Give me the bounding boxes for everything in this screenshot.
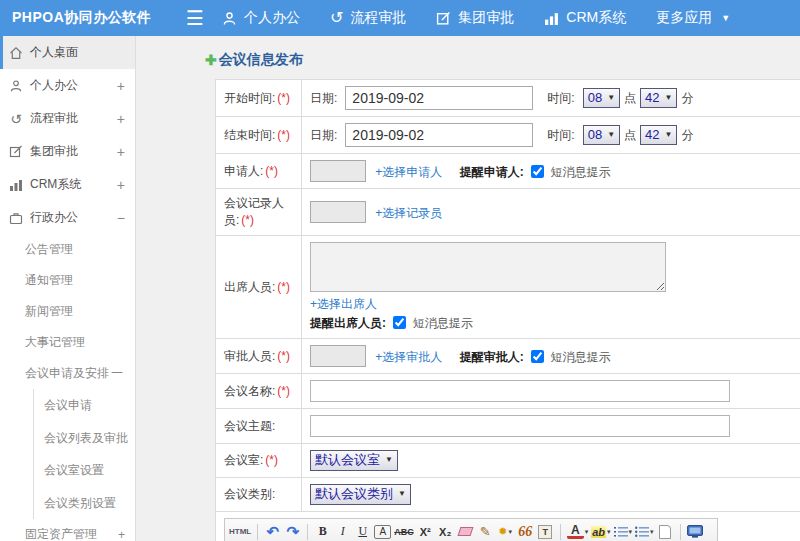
collapse-minus-icon[interactable]: − xyxy=(117,210,125,226)
required-mark: (*) xyxy=(265,453,278,467)
meeting-category-value: 默认会议类别 xyxy=(315,486,393,503)
sub-item-label: 新闻管理 xyxy=(25,303,73,320)
sidebar-item-group-approval[interactable]: 集团审批 + xyxy=(0,135,135,168)
nav-label: 集团审批 xyxy=(458,9,514,27)
nav-crm-system[interactable]: CRM系统 xyxy=(544,9,626,27)
start-time-label: 开始时间: xyxy=(224,91,275,105)
nav-workflow-approval[interactable]: ↺ 流程审批 xyxy=(330,9,406,27)
nav-label: 流程审批 xyxy=(350,9,406,27)
italic-button[interactable]: I xyxy=(334,522,351,541)
sidebar-item-notice-mgmt[interactable]: 通知管理 xyxy=(0,265,135,296)
time-label: 时间: xyxy=(547,127,574,144)
sidebar-item-announcement-mgmt[interactable]: 公告管理 xyxy=(0,234,135,265)
sms-label: 短消息提示 xyxy=(413,316,473,330)
redo-button[interactable]: ↷ xyxy=(284,522,301,541)
font-color-button[interactable]: A▾ xyxy=(567,522,589,541)
expand-plus-icon[interactable]: + xyxy=(117,78,125,94)
html-source-button[interactable]: HTML xyxy=(229,522,251,541)
choose-recorder-link[interactable]: +选择记录员 xyxy=(375,206,442,220)
expand-plus-icon[interactable]: + xyxy=(117,177,125,193)
applicant-input[interactable] xyxy=(310,160,366,182)
date-label: 日期: xyxy=(310,90,337,107)
attendees-sms-checkbox[interactable] xyxy=(393,316,406,329)
end-minute-select[interactable]: 42▼ xyxy=(640,125,677,146)
blockquote-button[interactable]: 66 xyxy=(517,522,534,541)
start-date-input[interactable] xyxy=(345,86,533,110)
sub-item-label: 会议申请及安排 xyxy=(25,365,109,382)
eraser-button[interactable] xyxy=(457,522,474,541)
sidebar-item-meeting-list-approval[interactable]: 会议列表及审批 xyxy=(34,422,135,455)
end-hour-select[interactable]: 08▼ xyxy=(583,125,620,146)
approver-label: 审批人员: xyxy=(224,349,275,363)
ordered-list-icon xyxy=(614,526,628,538)
ordered-list-button[interactable]: ▾ xyxy=(614,522,633,541)
strikethrough-button[interactable]: ABC xyxy=(394,522,414,541)
collapse-dash-icon[interactable]: 一 xyxy=(111,365,123,382)
end-minute-value: 42 xyxy=(645,127,659,144)
paste-from-word-button[interactable]: T xyxy=(537,522,554,541)
nav-more-apps[interactable]: 更多应用 ▼ xyxy=(656,9,730,27)
paste-icon: T xyxy=(538,525,552,539)
sidebar-item-meeting-category-settings[interactable]: 会议类别设置 xyxy=(34,487,135,520)
bullet-list-button[interactable]: ▾ xyxy=(635,522,654,541)
nav-personal-office[interactable]: 个人办公 xyxy=(222,9,300,27)
caret-down-icon: ▼ xyxy=(721,13,730,23)
hamburger-menu-icon[interactable]: ☰ xyxy=(186,8,204,28)
bar-chart-icon xyxy=(9,178,23,191)
sidebar-item-admin-office[interactable]: 行政办公 − xyxy=(0,201,135,234)
highlight-color-button[interactable]: ab▾ xyxy=(591,522,610,541)
sidebar-item-personal-office[interactable]: 个人办公 + xyxy=(0,69,135,102)
sidebar-item-workflow-approval[interactable]: ↺ 流程审批 + xyxy=(0,102,135,135)
sidebar-item-news-mgmt[interactable]: 新闻管理 xyxy=(0,296,135,327)
nav-group-approval[interactable]: 集团审批 xyxy=(436,9,514,27)
attendees-textarea[interactable] xyxy=(310,242,666,292)
remind-applicant-label: 提醒申请人: xyxy=(460,165,524,179)
underline-button[interactable]: U xyxy=(354,522,371,541)
expand-plus-icon[interactable]: + xyxy=(117,111,125,127)
superscript-button[interactable]: X² xyxy=(417,522,434,541)
meeting-name-input[interactable] xyxy=(310,380,730,402)
page-title: ✚ 会议信息发布 xyxy=(205,51,800,69)
sub-item-label: 通知管理 xyxy=(25,272,73,289)
recorder-input[interactable] xyxy=(310,201,366,223)
approver-sms-checkbox[interactable] xyxy=(531,350,544,363)
sidebar-item-meeting-room-settings[interactable]: 会议室设置 xyxy=(34,454,135,487)
subscript-button[interactable]: X₂ xyxy=(437,522,454,541)
font-style-button[interactable]: A xyxy=(374,525,391,539)
applicant-sms-checkbox[interactable] xyxy=(531,165,544,178)
choose-approver-link[interactable]: +选择审批人 xyxy=(375,350,442,364)
format-painter-button[interactable]: ✎ xyxy=(477,522,494,541)
choose-attendees-link[interactable]: +选择出席人 xyxy=(310,297,377,311)
sidebar-item-meeting-request[interactable]: 会议申请 xyxy=(34,389,135,422)
bar-chart-icon xyxy=(544,11,559,25)
new-document-button[interactable] xyxy=(657,522,674,541)
caret-down-icon: ▾ xyxy=(650,528,654,536)
hour-unit-label: 点 xyxy=(624,127,636,144)
sidebar-item-personal-desktop[interactable]: 个人桌面 xyxy=(0,36,135,69)
auto-typeset-button[interactable]: ✹▾ xyxy=(497,522,514,541)
sidebar-item-label: 个人桌面 xyxy=(30,44,78,61)
sidebar-item-meeting-request-group[interactable]: 会议申请及安排 一 xyxy=(0,358,135,389)
end-date-input[interactable] xyxy=(345,123,533,147)
expand-plus-icon[interactable]: + xyxy=(118,528,125,541)
sidebar-item-label: 集团审批 xyxy=(30,143,78,160)
approver-input[interactable] xyxy=(310,345,366,367)
fullscreen-button[interactable] xyxy=(687,522,704,541)
form-row-end-time: 结束时间:(*) 日期: 时间: 08▼ 点 42▼ 分 xyxy=(216,117,800,154)
undo-arrow-icon: ↺ xyxy=(330,10,343,26)
sidebar-item-memorabilia-mgmt[interactable]: 大事记管理 xyxy=(0,327,135,358)
meeting-category-select[interactable]: 默认会议类别▼ xyxy=(310,484,411,505)
start-minute-select[interactable]: 42▼ xyxy=(640,88,677,109)
caret-down-icon: ▾ xyxy=(607,528,611,536)
top-nav: 个人办公 ↺ 流程审批 集团审批 CRM系统 更多应用 ▼ xyxy=(222,9,730,27)
undo-button[interactable]: ↶ xyxy=(264,522,281,541)
expand-plus-icon[interactable]: + xyxy=(117,144,125,160)
bold-button[interactable]: B xyxy=(314,522,331,541)
meeting-room-select[interactable]: 默认会议室▼ xyxy=(310,450,398,471)
meeting-subject-input[interactable] xyxy=(310,415,730,437)
start-hour-select[interactable]: 08▼ xyxy=(583,88,620,109)
sidebar-item-crm-system[interactable]: CRM系统 + xyxy=(0,168,135,201)
sidebar-item-fixed-assets-mgmt[interactable]: 固定资产管理 + xyxy=(0,519,135,541)
choose-applicant-link[interactable]: +选择申请人 xyxy=(375,165,442,179)
meeting-name-label: 会议名称: xyxy=(224,384,275,398)
